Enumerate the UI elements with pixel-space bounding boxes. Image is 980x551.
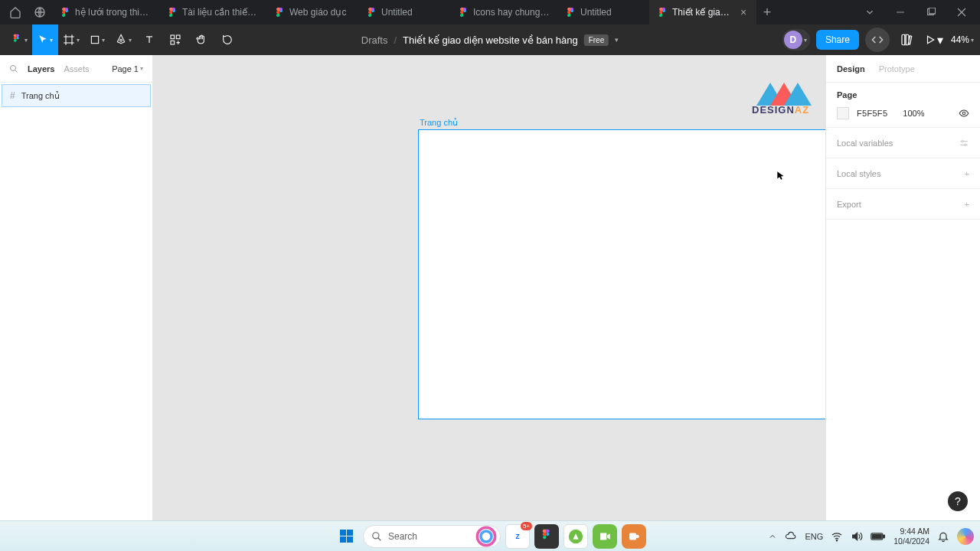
share-button[interactable]: Share xyxy=(816,30,859,50)
svg-text:Z: Z xyxy=(515,533,519,540)
frame-tool-button[interactable]: ▾ xyxy=(58,24,84,55)
visibility-toggle-icon[interactable] xyxy=(959,108,969,119)
tab-label: Web giáo dục xyxy=(289,7,351,18)
plus-icon[interactable]: + xyxy=(965,169,969,178)
new-tab-button[interactable]: + xyxy=(756,2,778,23)
page-selector[interactable]: Page 1 ▾ xyxy=(112,64,143,73)
chevron-down-icon: ▾ xyxy=(50,37,53,44)
taskbar-app-coccoc[interactable] xyxy=(564,524,588,549)
chevron-down-icon: ▾ xyxy=(24,37,28,44)
present-button[interactable]: ▾ xyxy=(923,24,945,55)
library-button[interactable] xyxy=(896,24,917,55)
browser-tab[interactable]: Icons hay chung hết xyxy=(450,0,557,24)
local-styles-section[interactable]: Local styles + xyxy=(826,158,980,189)
figma-favicon-icon xyxy=(366,7,377,18)
svg-point-42 xyxy=(546,533,549,536)
recent-button[interactable] xyxy=(28,0,52,24)
browser-tab[interactable]: hệ lưới trong thiết kế fig xyxy=(52,0,159,24)
figma-favicon-icon xyxy=(60,7,70,18)
local-variables-label: Local variables xyxy=(837,139,893,148)
volume-icon[interactable] xyxy=(851,530,863,543)
wifi-icon[interactable] xyxy=(831,530,843,543)
dev-mode-button[interactable] xyxy=(865,28,890,52)
background-opacity[interactable]: 100% xyxy=(903,109,924,118)
time: 9:44 AM xyxy=(893,527,929,536)
export-section[interactable]: Export + xyxy=(826,189,980,220)
pen-tool-button[interactable]: ▾ xyxy=(110,24,136,55)
background-color-swatch[interactable] xyxy=(837,107,849,119)
hand-tool-button[interactable] xyxy=(188,24,214,55)
taskbar-app-recorder[interactable] xyxy=(622,524,646,549)
chevron-down-icon: ▾ xyxy=(937,33,943,47)
assets-tab[interactable]: Assets xyxy=(64,64,89,73)
search-icon[interactable] xyxy=(9,64,18,73)
settings-icon[interactable] xyxy=(959,138,969,148)
close-tab-icon[interactable]: × xyxy=(738,6,749,18)
window-minimize-button[interactable] xyxy=(885,0,916,24)
canvas[interactable]: Trang chủ DESIGNAZ xyxy=(153,55,825,520)
figma-favicon-icon xyxy=(657,7,668,18)
taskbar-app-camtasia[interactable] xyxy=(593,524,617,549)
chevron-down-icon: ▾ xyxy=(140,65,143,72)
taskbar-app-figma[interactable] xyxy=(534,524,559,549)
plus-icon[interactable]: + xyxy=(965,200,969,209)
user-menu-button[interactable]: D ▾ xyxy=(782,29,810,51)
window-close-button[interactable] xyxy=(946,0,977,24)
move-tool-button[interactable]: ▾ xyxy=(32,24,58,55)
export-label: Export xyxy=(837,200,861,209)
battery-icon[interactable] xyxy=(871,532,886,541)
layer-item-selected[interactable]: # Trang chủ xyxy=(2,84,151,107)
datetime[interactable]: 9:44 AM 10/4/2024 xyxy=(893,527,929,546)
svg-point-20 xyxy=(120,39,122,41)
notifications-icon[interactable] xyxy=(937,530,949,543)
svg-rect-19 xyxy=(91,36,98,43)
svg-rect-49 xyxy=(884,535,885,537)
help-button[interactable]: ? xyxy=(948,491,968,511)
design-tab[interactable]: Design xyxy=(837,64,865,73)
onedrive-icon[interactable] xyxy=(785,530,797,543)
language-indicator[interactable]: ENG xyxy=(805,532,823,541)
chevron-down-icon[interactable]: ▾ xyxy=(615,36,619,44)
text-tool-button[interactable] xyxy=(136,24,162,55)
background-hex[interactable]: F5F5F5 xyxy=(857,109,887,118)
resources-tool-button[interactable] xyxy=(162,24,188,55)
taskbar-app-zalo[interactable]: Z 5+ xyxy=(505,524,530,549)
shape-tool-button[interactable]: ▾ xyxy=(84,24,110,55)
svg-rect-10 xyxy=(929,8,936,14)
tab-label: Tài liệu cần thiết cho th xyxy=(182,7,259,18)
comment-tool-button[interactable] xyxy=(214,24,240,55)
local-variables-section[interactable]: Local variables xyxy=(826,128,980,158)
frame-trang-chu[interactable] xyxy=(418,129,825,419)
cursor-icon xyxy=(776,170,786,182)
prototype-tab[interactable]: Prototype xyxy=(879,64,915,73)
file-name[interactable]: Thiết kế giao diện website về bán hàng xyxy=(403,34,578,46)
tray-overflow-icon[interactable] xyxy=(768,532,777,541)
search-icon xyxy=(371,531,382,542)
home-button[interactable] xyxy=(3,0,28,24)
drafts-link[interactable]: Drafts xyxy=(361,34,388,46)
copilot-icon[interactable] xyxy=(957,528,974,545)
browser-tab[interactable]: Web giáo dục xyxy=(266,0,358,24)
browser-tab[interactable]: Untitled xyxy=(557,0,649,24)
figma-favicon-icon xyxy=(565,7,576,18)
frame-label[interactable]: Trang chủ xyxy=(420,118,458,128)
browser-tab[interactable]: Untitled xyxy=(358,0,450,24)
svg-line-30 xyxy=(15,70,18,72)
main-menu-button[interactable]: ▾ xyxy=(6,24,32,55)
svg-point-35 xyxy=(965,144,966,145)
window-maximize-button[interactable] xyxy=(916,0,946,24)
svg-point-29 xyxy=(11,65,16,70)
browser-tab[interactable]: Tài liệu cần thiết cho th xyxy=(159,0,266,24)
taskbar-search[interactable]: Search xyxy=(363,525,501,548)
browser-tab-active[interactable]: Thiết kế giao diện we× xyxy=(649,0,756,24)
start-button[interactable] xyxy=(334,524,358,549)
tabs-overflow-button[interactable] xyxy=(854,0,885,24)
svg-point-33 xyxy=(962,140,963,142)
zoom-control[interactable]: 44% ▾ xyxy=(951,34,974,45)
tab-label: hệ lưới trong thiết kế fig xyxy=(75,7,152,18)
date: 10/4/2024 xyxy=(893,536,929,546)
search-placeholder: Search xyxy=(388,531,417,542)
browser-tab-strip: hệ lưới trong thiết kế fig Tài liệu cần … xyxy=(0,0,980,24)
layers-tab[interactable]: Layers xyxy=(28,64,54,73)
file-title-area: Drafts / Thiết kế giao diện website về b… xyxy=(361,34,619,46)
